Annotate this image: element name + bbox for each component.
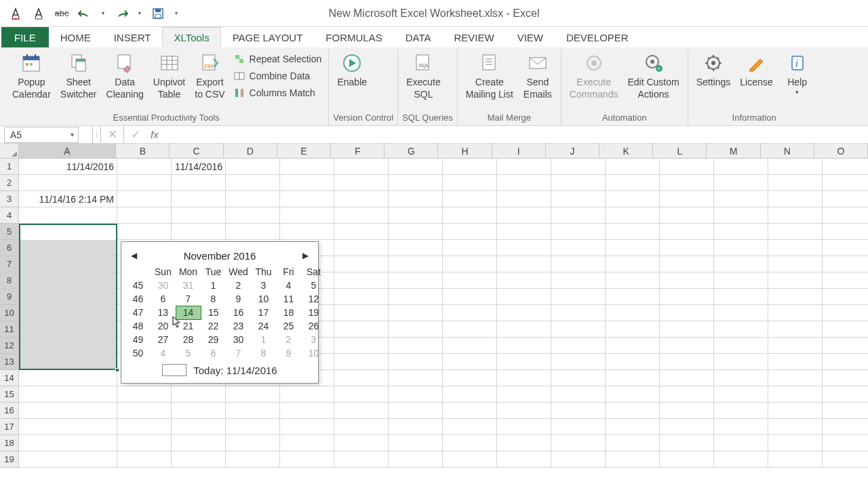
cell[interactable] [497,224,551,240]
cell[interactable] [334,451,389,468]
tab-pagelayout[interactable]: PAGE LAYOUT [221,27,315,47]
calendar-day[interactable]: 13 [151,306,176,319]
cell[interactable] [768,354,823,370]
undo-drop-icon[interactable]: ▾ [99,5,107,22]
cell[interactable] [172,451,226,468]
cell[interactable] [334,338,389,354]
calendar-day[interactable]: 5 [176,346,201,360]
calendar-day[interactable]: 26 [301,319,326,333]
cell[interactable] [823,386,868,403]
tab-review[interactable]: REVIEW [442,27,505,47]
cell[interactable] [226,159,280,175]
cell[interactable] [606,175,660,191]
cell[interactable] [714,175,768,191]
row-header[interactable]: 7 [0,256,19,272]
cell[interactable] [714,370,768,386]
expand-icon[interactable]: ⋮ [92,127,100,143]
cell[interactable] [714,386,768,403]
calendar-day[interactable]: 2 [276,333,301,346]
cell[interactable] [551,354,606,370]
calendar-day[interactable]: 1 [201,279,226,292]
cell[interactable] [117,435,172,451]
cell[interactable] [19,321,117,338]
row-header[interactable]: 19 [0,451,19,468]
col-header[interactable]: L [653,144,707,158]
cell[interactable] [551,386,606,403]
calendar-day[interactable]: 14 [176,306,201,319]
cell[interactable] [551,321,606,338]
cell[interactable] [19,386,117,403]
cell[interactable] [714,451,768,468]
fx-icon[interactable]: fx [151,129,159,140]
cell[interactable] [226,403,280,419]
cell[interactable] [660,435,714,451]
cell[interactable] [226,207,280,224]
cell[interactable] [823,305,868,321]
row-header[interactable]: 12 [0,338,19,354]
row-header[interactable]: 6 [0,240,19,256]
cell[interactable] [280,403,334,419]
cell[interactable] [443,419,497,435]
cell[interactable] [606,435,660,451]
cell[interactable] [19,207,117,224]
cell[interactable] [768,224,823,240]
cell[interactable] [172,435,226,451]
cell[interactable] [334,403,389,419]
calendar-day[interactable]: 8 [251,346,276,360]
cell[interactable] [551,159,606,175]
cell[interactable] [660,305,714,321]
cell[interactable] [19,175,117,191]
calendar-day[interactable]: 19 [301,306,326,319]
calendar-day[interactable]: 24 [251,319,276,333]
cell[interactable] [334,207,389,224]
cell[interactable] [117,451,172,468]
cell[interactable] [768,305,823,321]
cell[interactable] [172,386,226,403]
cell[interactable] [19,272,117,289]
cell[interactable]: 11/14/2016 [19,159,117,175]
cell[interactable] [551,419,606,435]
cell[interactable] [389,256,443,272]
cell[interactable] [551,435,606,451]
next-month-icon[interactable]: ▶ [300,248,311,263]
cell[interactable] [389,370,443,386]
cell[interactable] [606,272,660,289]
cell[interactable] [443,224,497,240]
cell[interactable] [551,289,606,305]
cell[interactable] [606,403,660,419]
cell[interactable] [172,191,226,207]
calendar-day[interactable]: 7 [176,292,201,306]
col-header[interactable]: B [116,144,170,158]
row-header[interactable]: 1 [0,159,19,175]
cell[interactable] [280,159,334,175]
cell[interactable] [443,175,497,191]
cell[interactable] [768,338,823,354]
cell[interactable] [389,435,443,451]
cell[interactable] [606,338,660,354]
cell[interactable] [497,386,551,403]
tab-developer[interactable]: DEVELOPER [555,27,640,47]
calendar-day[interactable]: 12 [301,292,326,306]
cell[interactable] [443,240,497,256]
cell[interactable] [660,289,714,305]
col-header[interactable]: I [492,144,546,158]
cell[interactable] [551,191,606,207]
cell[interactable] [117,403,172,419]
formula-input[interactable] [163,127,864,143]
cell[interactable] [443,354,497,370]
cell[interactable] [334,272,389,289]
cell[interactable] [443,272,497,289]
cell[interactable] [334,159,389,175]
tab-xltools[interactable]: XLTools [162,27,220,47]
cell[interactable] [768,191,823,207]
cell[interactable] [497,191,551,207]
calendar-day[interactable]: 21 [176,319,201,333]
cell[interactable] [389,451,443,468]
cell[interactable] [823,207,868,224]
cell[interactable] [389,191,443,207]
col-header[interactable]: N [761,144,814,158]
cell[interactable] [389,386,443,403]
cell[interactable] [443,191,497,207]
today-label[interactable]: Today: 11/14/2016 [193,365,277,376]
cell[interactable] [19,240,117,256]
